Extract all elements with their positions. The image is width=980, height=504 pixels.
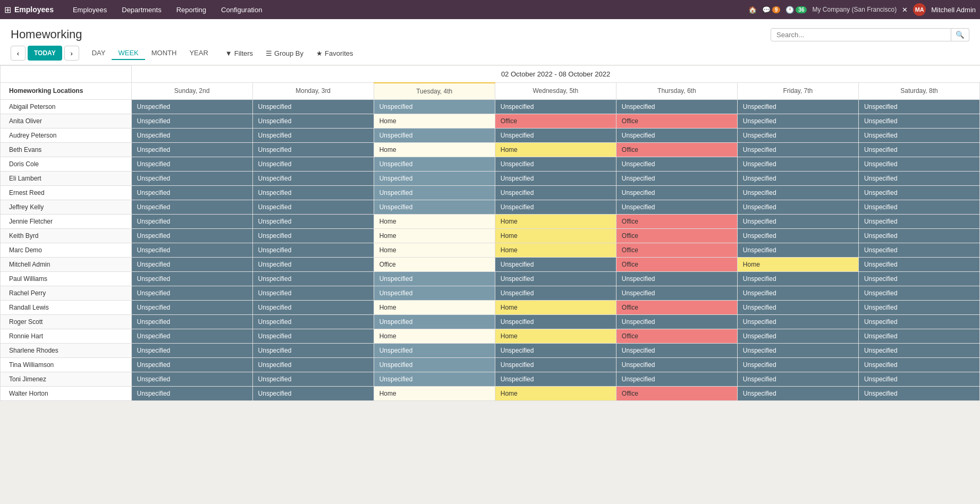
employee-name[interactable]: Ernest Reed [1,185,132,200]
day-cell[interactable]: Unspecified [131,386,252,400]
tab-week[interactable]: WEEK [112,47,145,60]
employee-name[interactable]: Ronnie Hart [1,329,132,343]
day-cell[interactable]: Unspecified [252,243,374,257]
day-cell[interactable]: Unspecified [252,314,374,329]
day-cell[interactable]: Unspecified [252,329,374,343]
day-cell[interactable]: Unspecified [737,142,858,157]
day-cell[interactable]: Unspecified [495,128,616,142]
day-cell[interactable]: Unspecified [858,357,979,372]
day-cell[interactable]: Unspecified [131,142,252,157]
clock-icon-btn[interactable]: 🕐 36 [785,6,807,14]
day-cell[interactable]: Unspecified [737,171,858,185]
day-cell[interactable]: Home [495,243,616,257]
day-cell[interactable]: Home [495,142,616,157]
day-cell[interactable]: Unspecified [374,157,495,171]
tab-year[interactable]: YEAR [183,47,214,60]
day-cell[interactable]: Unspecified [616,357,737,372]
day-cell[interactable]: Home [374,300,495,314]
day-cell[interactable]: Unspecified [495,357,616,372]
day-cell[interactable]: Office [616,257,737,271]
day-cell[interactable]: Unspecified [616,128,737,142]
employee-name[interactable]: Anita Oliver [1,114,132,128]
chat-icon-btn[interactable]: 💬 9 [762,6,781,14]
day-cell[interactable]: Office [616,142,737,157]
day-cell[interactable]: Unspecified [616,99,737,114]
day-cell[interactable]: Office [495,114,616,128]
day-cell[interactable]: Unspecified [858,329,979,343]
day-cell[interactable]: Unspecified [374,286,495,300]
day-cell[interactable]: Unspecified [252,200,374,214]
day-cell[interactable]: Office [616,214,737,228]
day-cell[interactable]: Unspecified [495,314,616,329]
day-cell[interactable]: Home [374,386,495,400]
day-cell[interactable]: Unspecified [858,114,979,128]
x-icon-btn[interactable]: ✕ [902,6,908,14]
day-cell[interactable]: Unspecified [495,271,616,286]
day-cell[interactable]: Unspecified [616,343,737,357]
day-cell[interactable]: Unspecified [858,214,979,228]
day-cell[interactable]: Unspecified [252,257,374,271]
day-cell[interactable]: Unspecified [858,243,979,257]
day-cell[interactable]: Unspecified [252,185,374,200]
day-cell[interactable]: Unspecified [131,257,252,271]
app-grid-icon[interactable]: ⊞ [4,5,11,15]
day-cell[interactable]: Unspecified [858,314,979,329]
day-cell[interactable]: Unspecified [495,157,616,171]
day-cell[interactable]: Unspecified [252,214,374,228]
day-cell[interactable]: Unspecified [252,286,374,300]
day-cell[interactable]: Unspecified [131,114,252,128]
day-cell[interactable]: Home [495,386,616,400]
next-button[interactable]: › [64,46,79,61]
day-cell[interactable]: Unspecified [252,271,374,286]
day-cell[interactable]: Unspecified [858,142,979,157]
day-cell[interactable]: Unspecified [252,171,374,185]
day-cell[interactable]: Unspecified [495,99,616,114]
employee-name[interactable]: Marc Demo [1,243,132,257]
employee-name[interactable]: Beth Evans [1,142,132,157]
filters-button[interactable]: ▼ Filters [221,48,257,59]
day-cell[interactable]: Unspecified [495,257,616,271]
employee-name[interactable]: Doris Cole [1,157,132,171]
day-cell[interactable]: Unspecified [737,314,858,329]
day-cell[interactable]: Unspecified [737,271,858,286]
day-cell[interactable]: Unspecified [616,372,737,386]
day-cell[interactable]: Unspecified [737,157,858,171]
day-cell[interactable]: Unspecified [131,185,252,200]
employee-name[interactable]: Tina Williamson [1,357,132,372]
employee-name[interactable]: Eli Lambert [1,171,132,185]
group-by-button[interactable]: ☰ Group By [261,48,308,59]
day-cell[interactable]: Unspecified [616,157,737,171]
day-cell[interactable]: Office [616,329,737,343]
day-cell[interactable]: Unspecified [858,257,979,271]
day-cell[interactable]: Unspecified [858,286,979,300]
day-cell[interactable]: Unspecified [737,372,858,386]
day-cell[interactable]: Unspecified [495,343,616,357]
day-cell[interactable]: Unspecified [858,99,979,114]
day-cell[interactable]: Unspecified [252,114,374,128]
day-cell[interactable]: Unspecified [858,386,979,400]
day-cell[interactable]: Unspecified [858,271,979,286]
day-cell[interactable]: Unspecified [131,171,252,185]
day-cell[interactable]: Unspecified [616,200,737,214]
day-cell[interactable]: Unspecified [252,372,374,386]
day-cell[interactable]: Unspecified [374,314,495,329]
day-cell[interactable]: Home [374,114,495,128]
employee-name[interactable]: Audrey Peterson [1,128,132,142]
day-cell[interactable]: Unspecified [374,171,495,185]
day-cell[interactable]: Unspecified [858,128,979,142]
day-cell[interactable]: Office [374,257,495,271]
prev-button[interactable]: ‹ [11,46,26,61]
nav-item-departments[interactable]: Departments [114,0,168,19]
day-cell[interactable]: Unspecified [252,142,374,157]
day-cell[interactable]: Unspecified [131,200,252,214]
day-cell[interactable]: Home [495,228,616,243]
day-cell[interactable]: Unspecified [616,314,737,329]
day-cell[interactable]: Unspecified [374,99,495,114]
day-cell[interactable]: Unspecified [131,157,252,171]
day-cell[interactable]: Unspecified [374,271,495,286]
day-cell[interactable]: Unspecified [374,343,495,357]
day-cell[interactable]: Office [616,228,737,243]
day-cell[interactable]: Unspecified [131,271,252,286]
employee-name[interactable]: Jennie Fletcher [1,214,132,228]
day-cell[interactable]: Unspecified [131,99,252,114]
